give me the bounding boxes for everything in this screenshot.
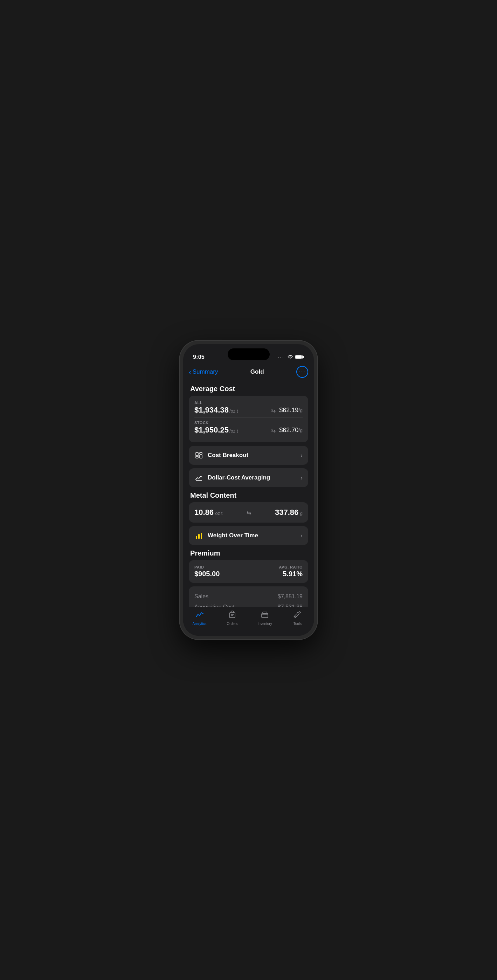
nav-bar: ‹ Summary Gold ···	[183, 363, 314, 382]
svg-rect-8	[196, 536, 197, 539]
tab-inventory[interactable]: Inventory	[254, 611, 275, 626]
wifi-icon	[287, 355, 293, 360]
back-chevron-icon: ‹	[189, 368, 191, 375]
tab-bar: Analytics Orders	[183, 607, 314, 636]
weight-over-time-label: Weight Over Time	[208, 532, 258, 539]
svg-rect-4	[196, 457, 198, 458]
average-cost-card: ALL $1,934.38 /oz t ⇆ $62.19/g STO	[189, 396, 308, 442]
phone-frame: 9:05 ···· ‹ Summary	[180, 341, 317, 639]
tab-orders-label: Orders	[227, 622, 238, 626]
premium-card: PAID $905.00 AVG. RATIO 5.91%	[189, 560, 308, 583]
svg-rect-6	[200, 455, 202, 458]
exchange-icon-stock: ⇆	[271, 427, 276, 434]
acq-cost-value: $7,531.38	[278, 604, 303, 607]
svg-rect-5	[200, 452, 202, 454]
svg-rect-2	[296, 355, 302, 359]
all-secondary-value: $62.19/g	[279, 407, 303, 414]
metal-primary: 10.86 oz t	[194, 508, 222, 517]
premium-heading: Premium	[190, 549, 307, 557]
cost-breakout-chevron-icon: ›	[300, 452, 303, 459]
back-label: Summary	[193, 368, 218, 375]
tab-analytics[interactable]: Analytics	[189, 611, 210, 626]
weight-over-time-button[interactable]: Weight Over Time ›	[189, 526, 308, 545]
sales-row: Sales $7,851.19	[194, 591, 303, 602]
cost-divider	[194, 417, 303, 418]
orders-icon	[229, 611, 236, 620]
dca-label: Dollar-Cost Averaging	[208, 474, 270, 481]
nav-title: Gold	[251, 368, 264, 375]
inventory-icon	[261, 611, 268, 620]
cost-breakout-label: Cost Breakout	[208, 452, 248, 459]
dca-chevron-icon: ›	[300, 474, 303, 482]
dynamic-island	[228, 348, 270, 360]
stock-label: STOCK	[194, 421, 303, 425]
acq-cost-label: Acquisition Cost	[194, 604, 235, 607]
exchange-icon-all: ⇆	[271, 407, 276, 414]
all-primary-value: $1,934.38	[194, 406, 229, 415]
avg-ratio-value: 5.91%	[279, 570, 303, 578]
avg-ratio-label: AVG. RATIO	[279, 565, 303, 569]
premium-avg-ratio: AVG. RATIO 5.91%	[279, 565, 303, 578]
tab-tools[interactable]: Tools	[287, 611, 308, 626]
paid-label: PAID	[194, 565, 220, 569]
signal-dots-icon: ····	[278, 355, 285, 360]
all-cost-row: $1,934.38 /oz t ⇆ $62.19/g	[194, 406, 303, 415]
stock-primary-value: $1,950.25	[194, 425, 229, 434]
metal-secondary: 337.86 g	[275, 508, 303, 517]
tab-tools-label: Tools	[294, 622, 302, 626]
premium-paid: PAID $905.00	[194, 565, 220, 578]
svg-rect-14	[262, 613, 268, 617]
all-primary-cost: $1,934.38 /oz t	[194, 406, 238, 415]
metal-secondary-value: 337.86	[275, 508, 299, 517]
status-time: 9:05	[193, 354, 205, 360]
svg-rect-10	[201, 533, 202, 539]
metal-content-heading: Metal Content	[190, 492, 307, 500]
svg-rect-9	[198, 534, 200, 539]
svg-point-17	[295, 616, 296, 617]
tab-inventory-label: Inventory	[258, 622, 272, 626]
all-label: ALL	[194, 401, 303, 405]
screen-content: ‹ Summary Gold ··· Average Cost ALL $1,9…	[183, 363, 314, 636]
svg-rect-1	[303, 356, 304, 358]
stock-secondary-value: $62.70/g	[279, 426, 303, 434]
sales-card: Sales $7,851.19 Acquisition Cost $7,531.…	[189, 586, 308, 607]
svg-rect-15	[263, 612, 267, 613]
metal-content-card: 10.86 oz t ⇆ 337.86 g	[189, 502, 308, 523]
all-primary-unit: /oz t	[229, 408, 238, 414]
weight-over-time-chevron-icon: ›	[300, 532, 303, 539]
average-cost-heading: Average Cost	[190, 385, 307, 393]
sales-label: Sales	[194, 593, 208, 600]
metal-secondary-unit: g	[300, 511, 303, 516]
stock-primary-cost: $1,950.25 /oz t	[194, 425, 238, 434]
tools-icon	[294, 611, 301, 620]
all-secondary-cost: ⇆ $62.19/g	[271, 407, 303, 414]
dollar-cost-averaging-button[interactable]: Dollar-Cost Averaging ›	[189, 468, 308, 487]
stock-cost-row: $1,950.25 /oz t ⇆ $62.70/g	[194, 425, 303, 434]
sales-value: $7,851.19	[278, 593, 303, 600]
cost-breakout-icon	[194, 452, 203, 459]
battery-icon	[295, 355, 304, 360]
metal-primary-value: 10.86	[194, 508, 214, 517]
svg-rect-11	[229, 612, 235, 617]
stock-primary-unit: /oz t	[229, 428, 238, 434]
paid-value: $905.00	[194, 570, 220, 578]
tab-orders[interactable]: Orders	[222, 611, 243, 626]
metal-primary-unit: oz t	[215, 511, 223, 516]
dca-icon	[194, 474, 203, 482]
svg-rect-3	[196, 452, 198, 456]
stock-secondary-cost: ⇆ $62.70/g	[271, 426, 303, 434]
scroll-area[interactable]: Average Cost ALL $1,934.38 /oz t ⇆ $62.1…	[183, 382, 314, 607]
status-icons: ····	[278, 355, 304, 360]
more-button[interactable]: ···	[296, 366, 308, 378]
tab-analytics-label: Analytics	[193, 622, 206, 626]
exchange-icon-metal: ⇆	[246, 509, 251, 516]
weight-bars-icon	[194, 532, 203, 539]
analytics-icon	[195, 611, 204, 620]
more-dots-icon: ···	[299, 369, 305, 375]
acq-cost-row: Acquisition Cost $7,531.38	[194, 602, 303, 607]
back-button[interactable]: ‹ Summary	[189, 368, 218, 375]
cost-breakout-button[interactable]: Cost Breakout ›	[189, 446, 308, 465]
